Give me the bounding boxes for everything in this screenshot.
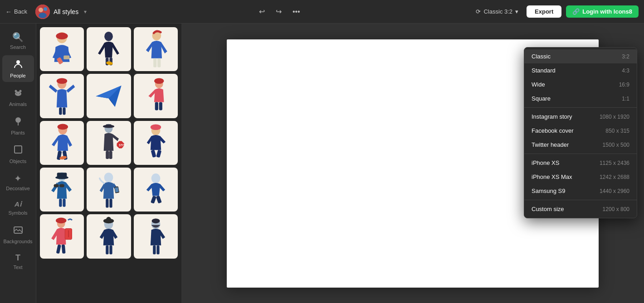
svg-point-18 (105, 32, 113, 41)
dropdown-item-standard[interactable]: Standard 4:3 (524, 63, 637, 77)
svg-point-32 (154, 78, 164, 84)
illustration-card-5[interactable] (87, 74, 131, 118)
sidebar: 🔍 Search People An (0, 24, 36, 303)
login-label: Login with Icons8 (582, 8, 632, 15)
style-name: All styles (54, 8, 78, 15)
illustration-card-4[interactable] (40, 74, 84, 118)
svg-rect-23 (153, 58, 156, 67)
sidebar-item-symbols[interactable]: Aⅰ Symbols (2, 197, 34, 219)
svg-rect-30 (155, 102, 158, 111)
canvas-area: Classic 3:2 Standard 4:3 Wide 16:9 Squar… (181, 24, 644, 303)
sidebar-item-objects[interactable]: Objects (2, 141, 34, 168)
symbols-icon: Aⅰ (15, 200, 21, 208)
dropdown-section-phones: iPhone XS 1125 x 2436 iPhone XS Max 1242… (524, 154, 637, 200)
login-button[interactable]: 🔗 Login with Icons8 (566, 5, 639, 18)
illustration-card-2[interactable] (87, 27, 131, 71)
svg-point-57 (104, 173, 113, 183)
dropdown-label-classic: Classic (532, 53, 551, 60)
svg-rect-40 (109, 151, 112, 159)
svg-rect-51 (59, 184, 64, 187)
svg-point-71 (56, 218, 66, 224)
illustration-card-15[interactable] (134, 214, 178, 258)
dropdown-item-custom[interactable]: Custom size 1200 x 800 (524, 202, 637, 216)
illustration-grid: STOP (40, 27, 178, 259)
sidebar-label-decorative: Decorative (6, 186, 30, 191)
objects-icon (13, 144, 23, 157)
style-chevron-icon: ▾ (84, 9, 87, 15)
dropdown-label-iphonexs: iPhone XS (532, 159, 559, 166)
canvas-size-chevron-icon: ▾ (515, 8, 518, 15)
svg-rect-58 (106, 198, 109, 207)
dropdown-item-instagram[interactable]: Instagram story 1080 x 1920 (524, 110, 637, 124)
sidebar-item-search[interactable]: 🔍 Search (2, 28, 34, 53)
dropdown-item-classic[interactable]: Classic 3:2 (524, 49, 637, 63)
sidebar-label-plants: Plants (11, 130, 25, 135)
svg-point-62 (151, 173, 160, 183)
dropdown-label-instagram: Instagram story (532, 113, 572, 120)
svg-rect-39 (106, 151, 109, 159)
dropdown-label-custom: Custom size (532, 206, 564, 212)
svg-rect-66 (56, 244, 61, 254)
illustration-card-14[interactable] (87, 214, 131, 258)
illustration-card-12[interactable] (134, 168, 178, 212)
svg-point-9 (19, 93, 20, 94)
sidebar-item-decorative[interactable]: ✦ Decorative (2, 169, 34, 195)
dropdown-item-iphonexsmax[interactable]: iPhone XS Max 1242 x 2688 (524, 170, 637, 184)
sidebar-item-plants[interactable]: Plants (2, 112, 34, 139)
dropdown-value-facebook: 850 x 315 (605, 128, 629, 134)
dropdown-item-wide[interactable]: Wide 16:9 (524, 77, 637, 91)
text-icon: T (15, 253, 20, 263)
dropdown-section-social: Instagram story 1080 x 1920 Facebook cov… (524, 107, 637, 154)
illustration-card-8[interactable]: STOP (87, 121, 131, 165)
dropdown-label-standard: Standard (532, 67, 556, 74)
illustration-card-11[interactable] (87, 168, 131, 212)
svg-point-10 (15, 117, 21, 123)
dropdown-label-facebook: Facebook cover (532, 127, 574, 134)
sidebar-item-text[interactable]: T Text (2, 250, 34, 274)
topbar: ← Back All styles ▾ ↩ ↪ ••• ⟳ Classic 3:… (0, 0, 644, 24)
dropdown-label-twitter: Twitter header (532, 141, 569, 148)
style-selector[interactable]: All styles ▾ (35, 5, 87, 19)
svg-rect-74 (110, 245, 112, 255)
dropdown-label-iphonexsmax: iPhone XS Max (532, 173, 572, 180)
dropdown-item-samsung[interactable]: Samsung S9 1440 x 2960 (524, 184, 637, 198)
dropdown-item-square[interactable]: Square 1:1 (524, 91, 637, 106)
illustration-card-7[interactable] (40, 121, 84, 165)
svg-rect-12 (15, 146, 22, 153)
sidebar-item-people[interactable]: People (2, 55, 34, 82)
back-label: Back (14, 8, 27, 15)
dropdown-value-samsung: 1440 x 2960 (600, 188, 629, 194)
sidebar-item-animals[interactable]: Animals (2, 84, 34, 111)
dropdown-value-standard: 4:3 (622, 67, 629, 74)
dropdown-item-iphonexs[interactable]: iPhone XS 1125 x 2436 (524, 156, 637, 170)
illustration-card-6[interactable] (134, 74, 178, 118)
more-button[interactable]: ••• (290, 6, 303, 18)
undo-button[interactable]: ↩ (256, 5, 268, 18)
svg-point-1 (39, 8, 43, 12)
dropdown-item-twitter[interactable]: Twitter header 1500 x 500 (524, 138, 637, 152)
sidebar-item-backgrounds[interactable]: Backgrounds (2, 221, 34, 248)
canvas-size-label: Classic 3:2 (483, 8, 512, 15)
dropdown-item-facebook[interactable]: Facebook cover 850 x 315 (524, 124, 637, 138)
export-button[interactable]: Export (527, 5, 561, 18)
illustration-card-1[interactable] (40, 27, 84, 71)
backgrounds-icon (13, 225, 23, 237)
illustration-card-10[interactable] (40, 168, 84, 212)
dropdown-value-wide: 16:9 (619, 82, 629, 88)
illustration-card-3[interactable] (134, 27, 178, 71)
svg-rect-46 (151, 150, 156, 158)
redo-button[interactable]: ↪ (273, 5, 284, 18)
dropdown-value-classic: 3:2 (622, 53, 629, 60)
svg-point-3 (39, 13, 47, 18)
svg-rect-67 (62, 245, 66, 254)
svg-rect-73 (106, 245, 109, 255)
svg-point-4 (16, 60, 20, 64)
illustration-panel: STOP (36, 24, 181, 303)
back-button[interactable]: ← Back (5, 8, 27, 15)
canvas-size-button[interactable]: ⟳ Classic 3:2 ▾ (472, 6, 522, 17)
svg-point-7 (15, 91, 21, 96)
svg-point-56 (55, 176, 68, 179)
illustration-card-9[interactable] (134, 121, 178, 165)
illustration-card-13[interactable] (40, 214, 84, 258)
dropdown-label-wide: Wide (532, 81, 545, 88)
